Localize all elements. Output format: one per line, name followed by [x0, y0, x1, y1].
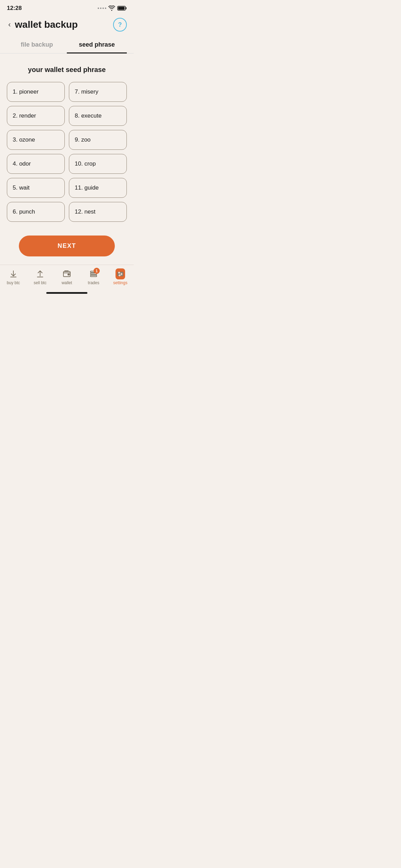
download-icon — [9, 269, 18, 279]
seed-word-8: 8. execute — [69, 106, 127, 126]
nav-buy-btc-label: buy btc — [7, 280, 20, 285]
wallet-icon — [62, 269, 72, 279]
nav-sell-btc-label: sell btc — [34, 280, 46, 285]
header-left: ‹ wallet backup — [7, 19, 78, 31]
status-time: 12:28 — [7, 5, 22, 12]
nav-settings-label: settings — [113, 280, 127, 285]
nav-buy-btc[interactable]: buy btc — [3, 269, 24, 285]
nav-trades[interactable]: 1 trades — [83, 269, 104, 285]
signal-icon — [98, 8, 106, 9]
status-icons — [98, 5, 127, 11]
svg-rect-1 — [126, 7, 127, 9]
seed-word-2: 2. render — [7, 106, 65, 126]
header: ‹ wallet backup ? — [0, 14, 134, 37]
svg-rect-12 — [90, 275, 97, 277]
svg-point-18 — [119, 275, 120, 276]
trades-badge: 1 — [94, 268, 100, 274]
seed-word-9: 9. zoo — [69, 130, 127, 150]
seed-word-1: 1. pioneer — [7, 82, 65, 102]
next-button[interactable]: NEXT — [19, 236, 115, 256]
tab-seed-phrase[interactable]: seed phrase — [67, 37, 127, 53]
stack-icon: 1 — [89, 269, 98, 279]
seed-word-7: 7. misery — [69, 82, 127, 102]
svg-point-17 — [121, 273, 122, 275]
svg-point-16 — [119, 272, 120, 273]
seed-grid: 1. pioneer 7. misery 2. render 8. execut… — [7, 82, 127, 222]
nav-wallet[interactable]: wallet — [57, 269, 77, 285]
page-title: wallet backup — [15, 19, 78, 30]
home-indicator — [0, 288, 134, 298]
nav-wallet-label: wallet — [62, 280, 72, 285]
wifi-icon — [108, 5, 115, 11]
home-bar — [46, 292, 87, 294]
tabs: file backup seed phrase — [0, 37, 134, 53]
nav-trades-label: trades — [88, 280, 99, 285]
upload-icon — [35, 269, 45, 279]
seed-section-title: your wallet seed phrase — [7, 66, 127, 74]
seed-word-6: 6. punch — [7, 202, 65, 222]
seed-word-10: 10. crop — [69, 154, 127, 174]
question-mark-icon: ? — [118, 21, 122, 28]
next-button-wrapper: NEXT — [0, 222, 134, 265]
bottom-nav: buy btc sell btc wallet — [0, 265, 134, 288]
seed-word-5: 5. wait — [7, 178, 65, 198]
tab-file-backup[interactable]: file backup — [7, 37, 67, 53]
seed-word-12: 12. nest — [69, 202, 127, 222]
nav-sell-btc[interactable]: sell btc — [30, 269, 50, 285]
nav-settings[interactable]: settings — [110, 269, 131, 285]
svg-rect-2 — [118, 7, 125, 10]
seed-word-11: 11. guide — [69, 178, 127, 198]
seed-word-3: 3. ozone — [7, 130, 65, 150]
help-button[interactable]: ? — [113, 18, 127, 32]
settings-icon — [116, 269, 125, 279]
svg-rect-6 — [68, 274, 70, 275]
battery-icon — [117, 6, 127, 11]
status-bar: 12:28 — [0, 0, 134, 14]
back-button[interactable]: ‹ — [7, 19, 12, 31]
seed-section: your wallet seed phrase 1. pioneer 7. mi… — [0, 66, 134, 222]
seed-word-4: 4. odor — [7, 154, 65, 174]
